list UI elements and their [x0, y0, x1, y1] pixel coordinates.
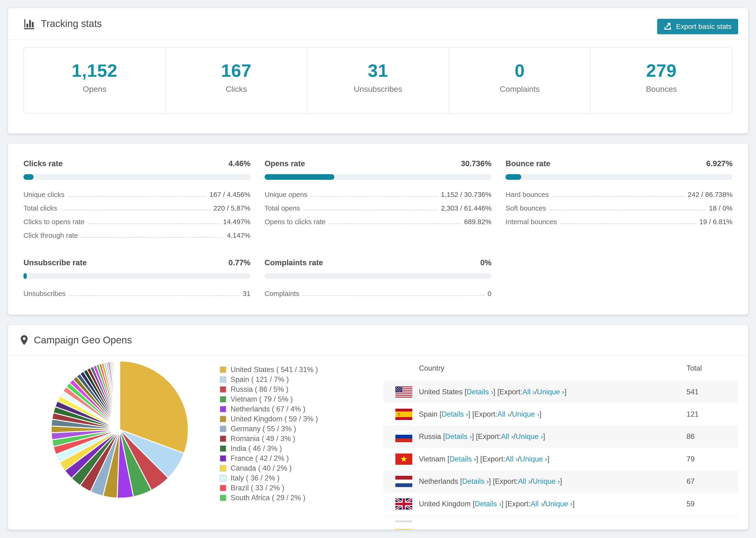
legend-swatch: [220, 435, 226, 442]
legend-item-india[interactable]: India ( 46 / 3% ): [220, 444, 318, 454]
legend-item-united-kingdom[interactable]: United Kingdom ( 59 / 3% ): [220, 414, 318, 424]
dotted-leader: [552, 196, 685, 197]
summary-stat-complaints: 0Complaints: [449, 47, 590, 113]
rate-detail-label: Unique opens: [265, 190, 307, 198]
summary-stat-label: Bounces: [646, 84, 677, 94]
country-total: 59: [679, 500, 738, 508]
flag-us: [395, 386, 412, 398]
geo-title-text: Campaign Geo Opens: [34, 335, 132, 346]
export-all-link[interactable]: All ›: [505, 455, 518, 463]
legend-label: Italy ( 36 / 2% ): [231, 474, 279, 482]
summary-wrap: 1,152Opens167Clicks31Unsubscribes0Compla…: [8, 40, 748, 114]
legend-label: Germany ( 55 / 3% ): [231, 425, 296, 433]
legend-item-canada[interactable]: Canada ( 40 / 2% ): [220, 463, 318, 473]
export-unique-link[interactable]: Unique ›: [520, 455, 547, 463]
legend-item-france[interactable]: France ( 42 / 2% ): [220, 454, 318, 463]
geo-legend: United States ( 541 / 31% )Spain ( 121 /…: [220, 365, 318, 503]
rate-detail-value: 167 / 4.456%: [209, 190, 250, 198]
summary-stats-row: 1,152Opens167Clicks31Unsubscribes0Compla…: [24, 47, 732, 114]
country-total: 121: [679, 410, 738, 418]
legend-swatch: [220, 366, 226, 373]
legend-item-netherlands[interactable]: Netherlands ( 67 / 4% ): [220, 404, 318, 414]
export-unique-link[interactable]: Unique ›: [532, 477, 560, 486]
legend-label: United Kingdom ( 59 / 3% ): [231, 415, 318, 423]
export-all-link[interactable]: All ›: [522, 388, 535, 396]
export-unique-link[interactable]: Unique ›: [537, 388, 565, 396]
legend-swatch: [220, 445, 226, 452]
rate-detail-value: 689.82%: [464, 218, 491, 226]
country-name: United Kingdom: [419, 500, 473, 508]
rate-detail-label: Unique clicks: [24, 190, 64, 198]
rate-detail-row: Complaints0: [265, 287, 492, 300]
legend-item-germany[interactable]: Germany ( 55 / 3% ): [220, 424, 318, 434]
export-unique-link[interactable]: Unique ›: [545, 500, 573, 508]
rate-title: Complaints rate: [265, 258, 323, 267]
legend-label: Russia ( 86 / 5% ): [231, 385, 288, 394]
tracking-stats-title: Tracking stats: [24, 18, 102, 29]
rate-detail-label: Clicks to opens rate: [24, 218, 84, 226]
rate-detail-row: Unsubscribes31: [24, 287, 250, 300]
legend-item-united-states[interactable]: United States ( 541 / 31% ): [220, 365, 318, 375]
legend-label: Spain ( 121 / 7% ): [231, 375, 289, 384]
geo-pie-chart[interactable]: [49, 359, 190, 500]
summary-stat-label: Unsubscribes: [354, 84, 402, 94]
legend-swatch: [220, 396, 226, 403]
rate-progress-fill: [265, 174, 334, 180]
legend-label: Romania ( 49 / 3% ): [231, 435, 296, 443]
export-all-link[interactable]: All ›: [497, 410, 510, 418]
legend-item-italy[interactable]: Italy ( 36 / 2% ): [220, 473, 318, 483]
details-link[interactable]: Details ›: [462, 477, 489, 486]
legend-label: Brazil ( 33 / 2% ): [231, 484, 284, 492]
rate-detail-value: 14.497%: [223, 218, 250, 226]
rate-detail-row: Clicks to opens rate14.497%: [24, 215, 250, 229]
dotted-leader: [549, 210, 706, 211]
rate-progress-fill: [506, 174, 521, 180]
geo-body: United States ( 541 / 31% )Spain ( 121 /…: [8, 356, 748, 530]
details-link[interactable]: Details ›: [445, 432, 472, 441]
flag-gb: [395, 498, 412, 510]
rate-detail-value: 1,152 / 30.736%: [441, 190, 492, 198]
dotted-leader: [60, 210, 210, 211]
export-all-link[interactable]: All ›: [501, 432, 513, 441]
export-all-link[interactable]: All ›: [518, 477, 530, 486]
rate-detail-label: Total clicks: [24, 204, 57, 212]
summary-stat-value: 31: [368, 60, 388, 81]
export-all-link[interactable]: All ›: [531, 500, 543, 508]
dashboard-page: Tracking stats Export basic stats 1,152O…: [0, 0, 756, 538]
legend-item-brazil[interactable]: Brazil ( 33 / 2% ): [220, 483, 318, 493]
rate-progress-bar: [265, 174, 492, 180]
country-name: Netherlands: [419, 477, 460, 486]
rate-detail-value: 18 / 0%: [709, 204, 732, 212]
geo-table: Country Total United States [Details ›] …: [383, 356, 738, 530]
export-basic-stats-button[interactable]: Export basic stats: [657, 19, 738, 34]
details-link[interactable]: Details ›: [466, 388, 493, 396]
rate-value: 0.77%: [229, 258, 250, 267]
legend-swatch: [220, 386, 226, 393]
rate-detail-row: Total opens2,303 / 61.446%: [265, 201, 492, 215]
export-unique-link[interactable]: Unique ›: [512, 410, 539, 418]
dotted-leader: [311, 196, 437, 197]
total-column-header: Total: [679, 364, 738, 372]
details-link[interactable]: Details ›: [442, 410, 468, 418]
dotted-leader: [303, 210, 438, 211]
legend-item-russia[interactable]: Russia ( 86 / 5% ): [220, 385, 318, 394]
legend-swatch: [220, 495, 226, 501]
export-unique-link[interactable]: Unique ›: [515, 432, 543, 441]
details-link[interactable]: Details ›: [475, 500, 502, 508]
summary-stat-value: 167: [221, 60, 251, 81]
country-name: Vietnam: [419, 455, 448, 463]
rate-detail-value: 0: [488, 290, 491, 297]
rate-section-unsubscribe-rate: Unsubscribe rate0.77%Unsubscribes31: [24, 258, 250, 300]
legend-item-spain[interactable]: Spain ( 121 / 7% ): [220, 375, 318, 385]
legend-label: United States ( 541 / 31% ): [231, 365, 318, 374]
summary-stat-label: Clicks: [226, 84, 247, 94]
legend-item-vietnam[interactable]: Vietnam ( 79 / 5% ): [220, 394, 318, 404]
details-link[interactable]: Details ›: [449, 455, 476, 463]
legend-item-romania[interactable]: Romania ( 49 / 3% ): [220, 434, 318, 444]
country-total: 86: [679, 432, 738, 441]
rate-value: 6.927%: [706, 159, 732, 168]
flag-nl: [395, 476, 412, 487]
rate-section-complaints-rate: Complaints rate0%Complaints0: [265, 258, 492, 300]
legend-item-south-africa[interactable]: South Africa ( 29 / 2% ): [220, 493, 318, 503]
export-icon: [664, 23, 672, 30]
